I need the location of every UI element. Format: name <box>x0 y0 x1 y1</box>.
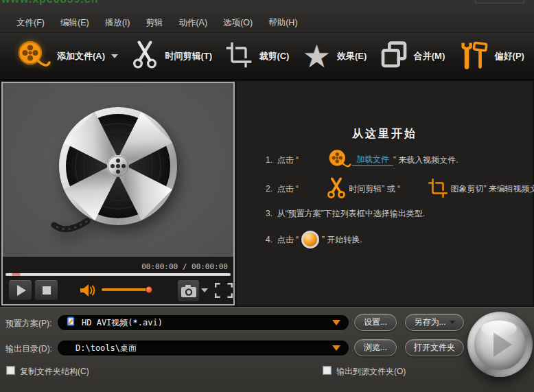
seek-position-marker[interactable] <box>12 273 21 276</box>
volume-icon[interactable] <box>80 283 97 301</box>
browse-button[interactable]: 浏览... <box>354 339 397 356</box>
toolbar-label-time-clip: 时间剪辑(T) <box>165 50 212 62</box>
scissors-icon <box>131 41 159 72</box>
window-control-remnant <box>475 0 524 3</box>
play-icon <box>17 285 26 296</box>
load-file-link[interactable]: 加载文件 <box>352 154 393 166</box>
guide-step-4: 4. 点击 “ ” 开始转换. <box>266 226 529 253</box>
output-source-checkbox[interactable] <box>323 366 332 375</box>
step2-text: 2. 点击 “ <box>266 183 299 195</box>
tools-icon <box>458 41 489 72</box>
output-dir-select[interactable]: D:\tools\桌面 <box>58 341 349 356</box>
guide-step-2: 2. 点击 “ 时间剪辑” 或 “ <box>266 175 529 203</box>
menu-bar: 文件(F) 编辑(E) 播放(I) 剪辑 动作(A) 选项(O) 帮助(H) <box>0 14 534 33</box>
settings-button[interactable]: 设置... <box>354 314 397 331</box>
menu-item-edit[interactable]: 编辑(E) <box>58 15 92 31</box>
time-display: 00:00:00 / 00:00:00 <box>141 262 228 271</box>
snapshot-button[interactable] <box>177 279 200 302</box>
toolbar-label-crop: 裁剪(C) <box>259 50 289 62</box>
menu-item-clip[interactable]: 剪辑 <box>143 15 165 31</box>
step3-text: 3. 从“预置方案”下拉列表框中选择输出类型. <box>266 208 425 220</box>
dropdown-arrow-icon <box>332 320 340 325</box>
output-dir-label: 输出目录(D): <box>5 343 52 355</box>
play-button[interactable] <box>8 279 32 301</box>
video-preview-panel: 00:00:00 / 00:00:00 <box>1 82 235 305</box>
dropdown-arrow-icon <box>332 345 340 351</box>
browse-button-label: 浏览... <box>364 342 387 354</box>
step2-text-mid: 时间剪辑” 或 “ <box>347 183 400 195</box>
toolbar-item-effects[interactable]: ★ 效果(E) <box>303 43 367 70</box>
snapshot-dropdown-icon[interactable] <box>201 288 208 292</box>
crop-icon <box>400 168 448 210</box>
preset-icon <box>66 316 76 330</box>
titlebar: www.xpc0859.cn <box>0 0 534 14</box>
toolbar-label-preferences: 偏好(P) <box>495 50 524 62</box>
merge-icon <box>380 41 408 71</box>
main-area: 00:00:00 / 00:00:00 <box>0 80 534 307</box>
film-reel-icon <box>15 40 51 73</box>
chevron-down-icon[interactable] <box>111 54 118 58</box>
toolbar-label-add-file: 添加文件(A) <box>57 50 105 62</box>
start-guide-panel: 从这里开始 1. 点击 “ 加载文件 ” 来载入视频文件. <box>236 81 533 306</box>
star-icon: ★ <box>303 43 331 70</box>
copy-structure-checkbox[interactable] <box>6 366 15 375</box>
fullscreen-icon <box>215 283 233 298</box>
preset-select[interactable]: HD AVI视频(*.avi) <box>58 315 349 330</box>
convert-button-icon <box>301 231 319 249</box>
guide-steps: 1. 点击 “ 加载文件 ” 来载入视频文件. 2. <box>266 148 529 253</box>
copy-structure-label: 复制文件夹结构(C) <box>20 366 89 378</box>
step4-text-end: ” 开始转换. <box>322 234 362 246</box>
guide-step-3: 3. 从“预置方案”下拉列表框中选择输出类型. <box>266 205 529 222</box>
preset-label: 预置方案(P): <box>5 318 51 330</box>
stop-button[interactable] <box>34 279 58 301</box>
crop-icon <box>225 41 253 71</box>
convert-button-highlight <box>481 321 517 337</box>
toolbar-item-preferences[interactable]: 偏好(P) <box>458 41 524 72</box>
open-folder-button-label: 打开文件夹 <box>414 342 455 354</box>
guide-title: 从这里开始 <box>237 127 533 141</box>
video-display <box>3 83 233 257</box>
stop-icon <box>43 286 51 295</box>
save-as-button-label: 另存为... <box>414 316 445 328</box>
seek-bar[interactable] <box>5 273 231 276</box>
output-source-label: 输出到源文件夹(O) <box>336 366 406 378</box>
film-reel-placeholder <box>47 103 189 238</box>
preset-value: HD AVI视频(*.avi) <box>82 317 327 329</box>
menu-item-play[interactable]: 播放(I) <box>102 15 133 31</box>
step2-text-end: 图象剪切” 来编辑视频文件. <box>448 183 534 195</box>
output-settings-panel: 预置方案(P): HD AVI视频(*.avi) 设置... 另存为... 输出… <box>0 307 534 392</box>
toolbar-label-merge: 合并(M) <box>414 50 445 62</box>
menu-item-action[interactable]: 动作(A) <box>176 15 210 31</box>
watermark-text: www.xpc0859.cn <box>1 0 98 5</box>
settings-button-label: 设置... <box>364 316 387 328</box>
volume-slider-knob[interactable] <box>146 286 152 293</box>
toolbar: 添加文件(A) 时间剪辑(T) 裁剪(C) ★ <box>0 33 534 80</box>
toolbar-item-merge[interactable]: 合并(M) <box>380 41 445 71</box>
scissors-icon <box>299 168 347 211</box>
open-folder-button[interactable]: 打开文件夹 <box>405 339 464 356</box>
app-window: www.xpc0859.cn 文件(F) 编辑(E) 播放(I) 剪辑 动作(A… <box>0 0 534 392</box>
output-dir-value: D:\tools\桌面 <box>66 343 327 354</box>
fullscreen-button[interactable] <box>215 282 233 299</box>
camera-icon <box>181 284 197 298</box>
menu-item-options[interactable]: 选项(O) <box>220 15 255 31</box>
step1-text-end: ” 来载入视频文件. <box>393 154 458 166</box>
toolbar-label-effects: 效果(E) <box>337 50 367 62</box>
save-as-button[interactable]: 另存为... <box>405 314 464 331</box>
convert-button[interactable] <box>467 312 533 377</box>
player-controls: 00:00:00 / 00:00:00 <box>3 257 233 304</box>
step1-text: 1. 点击 “ <box>266 154 299 166</box>
menu-item-help[interactable]: 帮助(H) <box>266 15 300 31</box>
menu-item-file[interactable]: 文件(F) <box>14 15 47 31</box>
toolbar-item-crop[interactable]: 裁剪(C) <box>225 41 289 71</box>
volume-slider[interactable] <box>102 288 150 291</box>
toolbar-item-add-file[interactable]: 添加文件(A) <box>15 40 118 73</box>
save-as-dropdown-icon <box>450 321 455 324</box>
toolbar-item-time-clip[interactable]: 时间剪辑(T) <box>131 41 212 72</box>
step4-text: 4. 点击 “ <box>266 234 299 246</box>
